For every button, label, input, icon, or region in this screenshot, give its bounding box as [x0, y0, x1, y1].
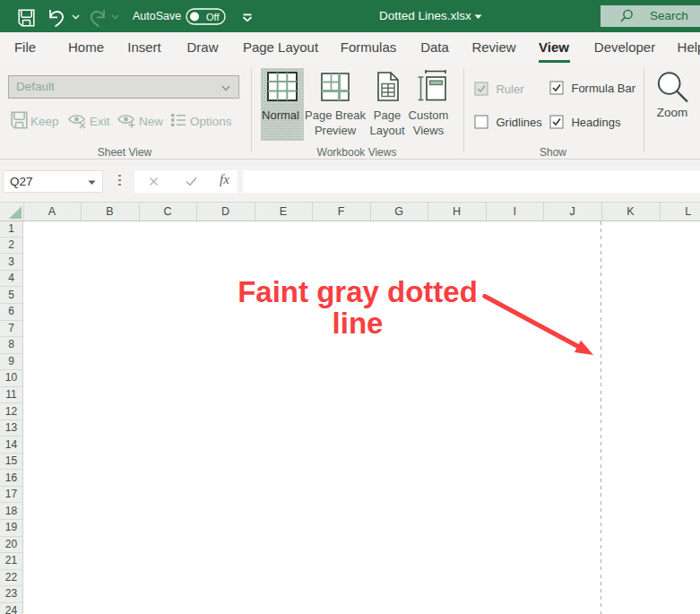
- svg-text:Off: Off: [206, 12, 220, 22]
